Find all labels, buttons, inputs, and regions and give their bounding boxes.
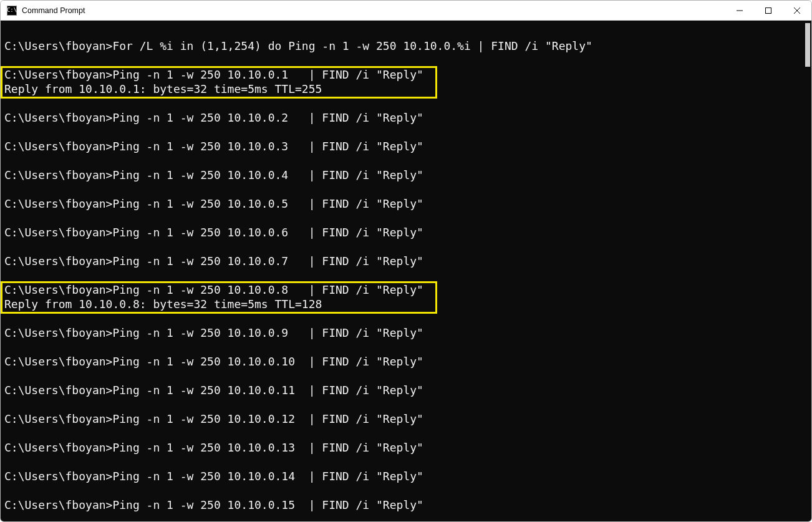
svg-rect-0 <box>766 7 771 13</box>
terminal-line: C:\Users\fboyan>Ping -n 1 -w 250 10.10.0… <box>4 225 804 239</box>
blank-line <box>4 182 804 196</box>
blank-line <box>4 455 804 469</box>
blank-line <box>4 239 804 254</box>
blank-line <box>4 340 804 354</box>
terminal-line: C:\Users\fboyan>Ping -n 1 -w 250 10.10.0… <box>4 168 804 182</box>
maximize-button[interactable] <box>754 1 783 21</box>
terminal-line: C:\Users\fboyan>Ping -n 1 -w 250 10.10.0… <box>4 469 804 483</box>
blank-line <box>4 311 804 326</box>
titlebar[interactable]: C:\ Command Prompt <box>1 1 811 21</box>
terminal-area[interactable]: C:\Users\fboyan>For /L %i in (1,1,254) d… <box>1 21 811 521</box>
terminal-output[interactable]: C:\Users\fboyan>For /L %i in (1,1,254) d… <box>1 21 804 521</box>
terminal-line: C:\Users\fboyan>Ping -n 1 -w 250 10.10.0… <box>4 412 804 426</box>
blank-line <box>4 483 804 498</box>
terminal-line: C:\Users\fboyan>For /L %i in (1,1,254) d… <box>4 39 804 53</box>
terminal-line: C:\Users\fboyan>Ping -n 1 -w 250 10.10.0… <box>4 326 804 340</box>
blank-line <box>4 369 804 383</box>
blank-line <box>4 211 804 225</box>
blank-line <box>4 125 804 139</box>
blank-line <box>4 53 804 67</box>
terminal-line: C:\Users\fboyan>Ping -n 1 -w 250 10.10.0… <box>4 67 804 82</box>
terminal-line: C:\Users\fboyan>Ping -n 1 -w 250 10.10.0… <box>4 498 804 512</box>
blank-line <box>4 268 804 283</box>
terminal-line: C:\Users\fboyan>Ping -n 1 -w 250 10.10.0… <box>4 196 804 211</box>
app-window: C:\ Command Prompt C:\Users\fboyan>For /… <box>0 0 812 522</box>
blank-line <box>4 24 804 39</box>
terminal-line: C:\Users\fboyan>Ping -n 1 -w 250 10.10.0… <box>4 110 804 125</box>
terminal-reply-line: Reply from 10.10.0.8: bytes=32 time=5ms … <box>4 297 804 311</box>
cmd-icon: C:\ <box>7 6 17 16</box>
terminal-reply-line: Reply from 10.10.0.1: bytes=32 time=5ms … <box>4 82 804 96</box>
terminal-line: C:\Users\fboyan>Ping -n 1 -w 250 10.10.0… <box>4 440 804 455</box>
blank-line <box>4 426 804 440</box>
terminal-line: C:\Users\fboyan>Ping -n 1 -w 250 10.10.0… <box>4 354 804 369</box>
blank-line <box>4 96 804 110</box>
blank-line <box>4 397 804 412</box>
terminal-line: C:\Users\fboyan>Ping -n 1 -w 250 10.10.0… <box>4 139 804 153</box>
minimize-button[interactable] <box>725 1 754 21</box>
blank-line <box>4 153 804 168</box>
terminal-line: C:\Users\fboyan>Ping -n 1 -w 250 10.10.0… <box>4 283 804 297</box>
scrollbar-thumb[interactable] <box>805 23 810 67</box>
terminal-line: C:\Users\fboyan>Ping -n 1 -w 250 10.10.0… <box>4 254 804 268</box>
window-title: Command Prompt <box>22 6 85 15</box>
close-button[interactable] <box>783 1 811 21</box>
blank-line <box>4 512 804 521</box>
terminal-line: C:\Users\fboyan>Ping -n 1 -w 250 10.10.0… <box>4 383 804 397</box>
